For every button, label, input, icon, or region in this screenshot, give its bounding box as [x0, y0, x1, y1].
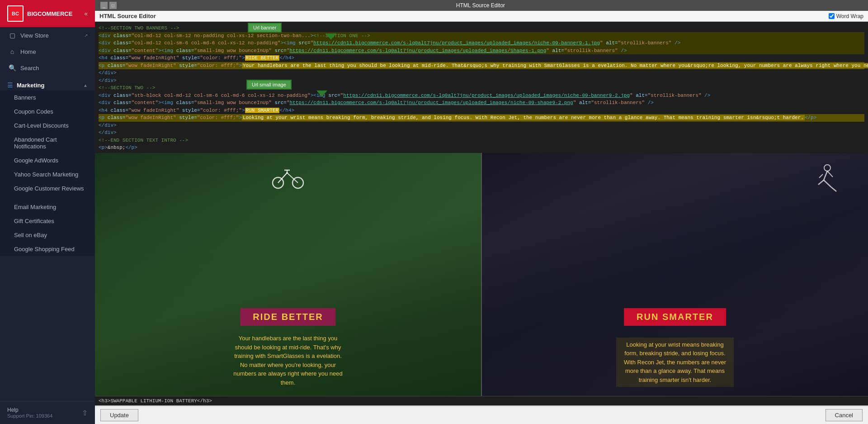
ride-better-badge: RIDE BETTER — [240, 308, 335, 326]
code-area-wrapper: Url banner Url small image <!--SECTION T… — [95, 22, 868, 153]
code-line-1: <!--SECTION TWO BANNERS --> — [99, 24, 864, 32]
code-line-11: <div class="content"><img class="small-i… — [99, 99, 864, 107]
sidebar-bottom-chevron[interactable]: ⇧ — [82, 409, 88, 417]
support-pin: Support Pin: 109364 — [7, 413, 52, 419]
bottom-code-bar: <h3>SWAPPABLE LITHIUM-ION BATTERY</h3> — [95, 396, 868, 405]
svg-line-10 — [818, 180, 824, 185]
titlebar-maximize[interactable]: □ — [109, 2, 117, 9]
run-smarter-desc: Looking at your wrist means breaking for… — [616, 338, 734, 387]
editor-toolbar: HTML Source Editor Word Wrap — [95, 11, 868, 22]
marketing-chevron: ▲ — [83, 83, 88, 88]
sidebar-logo: BC BIGCOMMERCE — [7, 5, 72, 22]
titlebar-controls: _ □ — [100, 2, 117, 9]
ride-better-highlight: RIDE BETTER — [245, 55, 280, 61]
preview-right-panel: RUN SMARTER Looking at your wrist means … — [482, 153, 868, 396]
yahoo-search-label: Yahoo Search Marketing — [14, 171, 78, 178]
code-line-8: </div> — [99, 77, 864, 85]
code-line-6: <p class="wow fadeInRight" style="color:… — [99, 62, 864, 70]
code-line-4: <div class="content"><img class="small-i… — [99, 47, 864, 55]
code-editor[interactable]: <!--SECTION TWO BANNERS --> <div class="… — [95, 22, 868, 153]
preview-area: RIDE BETTER Your handlebars are the last… — [95, 153, 868, 396]
sidebar-item-home[interactable]: ⌂ Home — [0, 43, 95, 60]
editor-window: _ □ HTML Source Editor HTML Source Edito… — [95, 0, 868, 424]
editor-footer: Update Cancel — [95, 405, 868, 424]
editor-titlebar: _ □ HTML Source Editor — [95, 0, 868, 11]
cart-discounts-label: Cart-Level Discounts — [14, 122, 69, 129]
coupon-codes-label: Coupon Codes — [14, 108, 53, 115]
ride-better-text: RIDE BETTER — [253, 312, 323, 322]
wordwrap-checkbox[interactable] — [829, 13, 835, 19]
editor-title: HTML Source Editor — [117, 2, 844, 9]
sidebar-item-coupon-codes[interactable]: Coupon Codes — [0, 105, 95, 119]
cancel-button[interactable]: Cancel — [826, 409, 863, 421]
sidebar-item-yahoo-search[interactable]: Yahoo Search Marketing — [0, 167, 95, 181]
help-label[interactable]: Help — [7, 407, 52, 413]
code-line-17: <p>&nbsp;</p> — [99, 144, 864, 152]
svg-point-8 — [824, 165, 830, 171]
run-smarter-badge: RUN SMARTER — [624, 308, 726, 326]
ride-better-desc-text: Your handlebars are the last thing you s… — [231, 334, 344, 387]
code-line-15: </div> — [99, 129, 864, 137]
nav-label-search: Search — [20, 65, 39, 71]
toolbar-title: HTML Source Editor — [99, 13, 156, 19]
email-marketing-label: Email Marketing — [14, 204, 56, 210]
sidebar-item-abandoned-cart[interactable]: Abandoned Cart Notifications — [0, 133, 95, 153]
gift-certificates-label: Gift Certificates — [14, 218, 54, 224]
marketing-label: Marketing — [17, 82, 44, 89]
wordwrap-option[interactable]: Word Wrap — [829, 13, 863, 19]
google-shopping-label: Google Shopping Feed — [14, 246, 75, 252]
banners-label: Banners — [14, 94, 36, 101]
ride-better-desc: Your handlebars are the last thing you s… — [231, 334, 344, 387]
sidebar-item-email-marketing[interactable]: Email Marketing — [0, 200, 95, 214]
code-line-7: </div> — [99, 69, 864, 77]
marketing-icon: ☰ — [7, 81, 13, 89]
svg-line-14 — [819, 174, 823, 178]
sidebar-item-google-shopping[interactable]: Google Shopping Feed — [0, 242, 95, 256]
logo-box: BC — [7, 5, 24, 22]
svg-point-7 — [286, 172, 288, 174]
runner-svg-icon — [814, 164, 841, 196]
sidebar-item-cart-discounts[interactable]: Cart-Level Discounts — [0, 119, 95, 133]
update-button[interactable]: Update — [100, 409, 138, 421]
external-icon: ↗ — [84, 33, 88, 38]
nav-label-home: Home — [20, 48, 36, 55]
sidebar-item-view-store[interactable]: ▢ View Store ↗ — [0, 27, 95, 43]
divider-space — [0, 195, 95, 200]
code-line-5: <h4 class="wow fadeInRight" style="color… — [99, 54, 864, 62]
code-line-16: <!--END SECTION TEXT INTRO --> — [99, 137, 864, 144]
svg-line-9 — [824, 171, 827, 180]
home-icon: ⌂ — [9, 48, 16, 55]
sidebar-item-sell-ebay[interactable]: Sell on eBay — [0, 228, 95, 242]
code-line-2: <div class="col-md-12 col-sm-12 no-paddi… — [99, 32, 864, 40]
logo-text: BC — [12, 11, 19, 16]
svg-line-11 — [824, 180, 831, 187]
search-icon: 🔍 — [9, 64, 16, 71]
code-line-12: <h4 class="wow fadeInRight" style="color… — [99, 107, 864, 114]
sidebar-item-banners[interactable]: Banners — [0, 91, 95, 105]
nav-label-view-store: View Store — [20, 32, 49, 39]
help-section: Help Support Pin: 109364 — [7, 407, 52, 419]
run-smarter-highlight: RUN SMARTER — [245, 108, 280, 113]
svg-line-13 — [827, 171, 833, 177]
preview-run-icon-area — [814, 164, 841, 198]
abandoned-cart-label: Abandoned Cart Notifications — [14, 136, 88, 150]
sell-ebay-label: Sell on eBay — [14, 232, 47, 238]
collapse-icon[interactable]: « — [84, 10, 88, 17]
sidebar-item-search[interactable]: 🔍 Search — [0, 60, 95, 76]
sidebar-item-google-adwords[interactable]: Google AdWords — [0, 153, 95, 167]
main-content: _ □ HTML Source Editor HTML Source Edito… — [95, 0, 868, 424]
code-line-14: </div> — [99, 122, 864, 129]
bike-svg-icon — [270, 167, 306, 189]
code-line-3: <div class="col-md-12 col-sm-6 col-md-6 … — [99, 39, 864, 47]
bottom-code-text: <h3>SWAPPABLE LITHIUM-ION BATTERY</h3> — [99, 398, 212, 404]
preview-left-panel: RIDE BETTER Your handlebars are the last… — [95, 153, 481, 396]
sidebar-item-gift-certificates[interactable]: Gift Certificates — [0, 214, 95, 228]
titlebar-minimize[interactable]: _ — [100, 2, 108, 9]
sidebar-header: BC BIGCOMMERCE « — [0, 0, 95, 27]
google-adwords-label: Google AdWords — [14, 157, 58, 164]
wordwrap-label: Word Wrap — [836, 13, 863, 19]
sidebar-item-google-customer[interactable]: Google Customer Reviews — [0, 181, 95, 195]
run-smarter-desc-text: Looking at your wrist means breaking for… — [619, 340, 731, 385]
sidebar-marketing-header[interactable]: ☰ Marketing ▲ — [0, 76, 95, 91]
code-line-9: <!--SECTION TWO --> — [99, 84, 864, 92]
